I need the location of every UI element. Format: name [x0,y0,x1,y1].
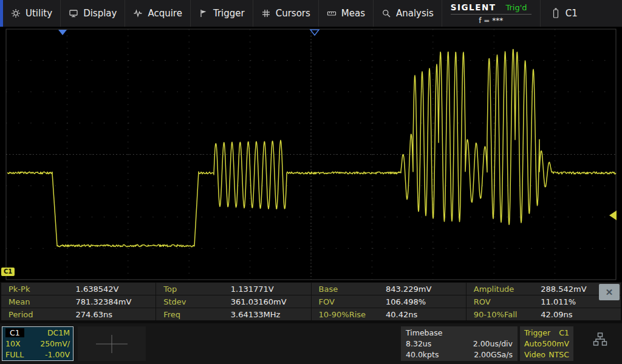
measurement-base: Base843.229mV [312,283,466,295]
trigger-level: 500mV [542,339,569,348]
menu-item-display[interactable]: Display [61,0,125,27]
measurement-fov: FOV106.498% [312,295,466,308]
close-icon: ✕ [606,288,613,297]
measurement-label: FOV [319,297,386,306]
network-button[interactable] [593,332,607,348]
ruler-icon [327,8,337,18]
active-channel-cell[interactable]: C1 [541,0,589,27]
measurement-label: Top [163,285,231,294]
battery-icon [552,8,560,19]
magnifier-icon [381,8,391,18]
cursors-icon [261,8,271,18]
measurement-freq: Freq3.64133MHz [156,308,310,320]
measurement-value: 1.638542V [76,285,119,294]
timebase-descriptor[interactable]: Timebase 8.32us 2.00us/div 40.0kpts 2.00… [401,326,518,361]
channel-descriptor-c1[interactable]: C1 DC1M 10X 250mV/ FULL -1.00V [2,326,73,361]
measurement-fall: 90-10%Fall42.09ns [466,308,621,320]
waveform-icon [133,8,143,18]
oscilloscope-screen: Utility Display Acquire Trigger Cursors … [0,0,622,364]
measurement-value: 42.09ns [541,310,572,319]
measurement-value: 11.011% [541,297,576,306]
measurement-stdev: Stdev361.03160mV [156,295,310,308]
menu-item-trigger[interactable]: Trigger [191,0,253,27]
measurement-label: Amplitude [474,285,541,294]
trigger-status: Trig'd [505,3,527,12]
measurement-label: Base [319,285,386,294]
measurement-label: 10-90%Rise [319,310,386,319]
channel-bandwidth: FULL [5,350,24,359]
channel-tag-c1[interactable]: C1 [1,268,15,276]
menu-item-meas[interactable]: Meas [319,0,374,27]
status-cell: SIGLENT Trig'd f = *** [442,0,541,27]
measurement-top: Top1.131771V [156,283,310,295]
measurement-value: 106.498% [386,297,426,306]
measurement-value: 288.542mV [541,285,586,294]
trigger-source: C1 [559,328,569,337]
frequency-counter: f = *** [451,15,531,25]
menu-bar: Utility Display Acquire Trigger Cursors … [0,0,622,27]
channel-name-chip[interactable]: C1 [5,328,24,337]
measurement-value: 843.229mV [386,285,431,294]
measurement-label: Period [9,310,76,319]
menu-item-label: Acquire [148,8,182,19]
brand-logo: SIGLENT [451,2,496,12]
menu-item-utility[interactable]: Utility [3,0,61,27]
waveform-area[interactable]: C1 [0,27,622,282]
trigger-type: Video [524,350,545,359]
close-measurements-button[interactable]: ✕ [599,284,620,300]
trigger-standard: NTSC [549,350,569,359]
measurement-value: 781.32384mV [76,297,132,306]
measurement-value: 361.03160mV [231,297,287,306]
trigger-position-marker[interactable] [310,30,319,35]
trigger-level-marker[interactable] [609,211,617,220]
menu-item-label: Analysis [396,8,434,19]
gear-icon [11,8,21,18]
timebase-sample-rate: 2.00GSa/s [474,350,513,359]
menu-item-label: Meas [341,8,365,19]
menu-item-label: Cursors [276,8,310,19]
measurement-amplitude: Amplitude288.542mV [466,283,621,295]
timebase-memory: 40.0kpts [406,350,439,359]
menu-item-analysis[interactable]: Analysis [374,0,442,27]
measurement-pkpk: Pk-Pk1.638542V [1,283,156,295]
measurement-label: ROV [474,297,541,306]
trigger-mode: Auto [524,339,542,348]
menu-item-cursors[interactable]: Cursors [253,0,319,27]
measurement-rise: 10-90%Rise40.42ns [312,308,466,320]
status-bar: C1 DC1M 10X 250mV/ FULL -1.00V Timebase … [0,323,622,364]
measurement-label: Freq [163,310,231,319]
active-channel-label: C1 [566,8,578,19]
menu-item-acquire[interactable]: Acquire [125,0,191,27]
measurement-period: Period274.63ns [1,308,156,320]
menu-item-label: Utility [26,8,52,19]
measurement-value: 40.42ns [386,310,417,319]
measurement-label: Mean [9,297,76,306]
trigger-label: Trigger [524,328,550,337]
menu-item-label: Display [83,8,117,19]
menu-item-label: Trigger [213,8,245,19]
channel-offset: -1.00V [45,350,70,359]
monitor-icon [69,8,78,18]
channel-coupling: DC1M [47,328,70,337]
waveform-plot [0,27,622,282]
measurement-mean: Mean781.32384mV [1,295,156,308]
measurement-rov: ROV11.011% [466,295,621,308]
timebase-scale: 2.00us/div [473,339,513,348]
network-icon [593,332,607,346]
channel-scale: 250mV/ [40,339,70,348]
measurement-value: 3.64133MHz [231,310,281,319]
brand-row: SIGLENT Trig'd [451,2,531,15]
crosshair-tile[interactable] [78,326,146,361]
measurement-label: 90-10%Fall [474,310,541,319]
trigger-descriptor[interactable]: Trigger C1 Auto 500mV Video NTSC [520,326,573,361]
measurement-panel: Pk-Pk1.638542V Top1.131771V Base843.229m… [1,283,621,320]
measurement-value: 274.63ns [76,310,113,319]
measurement-label: Stdev [163,297,231,306]
channel-probe: 10X [5,339,20,348]
trigger-delay-marker[interactable] [58,30,67,35]
measurement-value: 1.131771V [231,285,274,294]
measurement-label: Pk-Pk [9,285,76,294]
flag-icon [199,8,208,18]
timebase-label: Timebase [406,328,442,337]
timebase-delay: 8.32us [406,339,431,348]
